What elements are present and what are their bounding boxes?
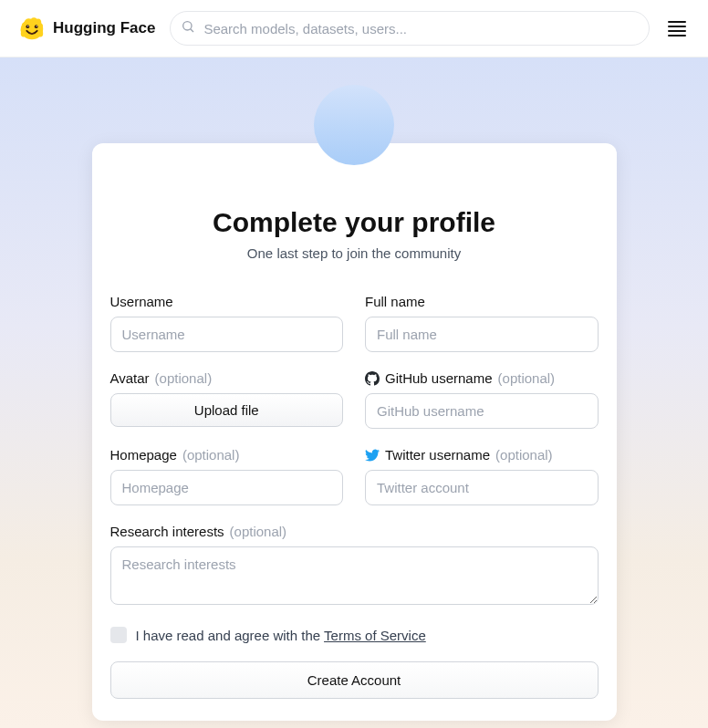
field-homepage: Homepage (optional) <box>110 447 344 505</box>
github-icon <box>365 371 380 386</box>
label-homepage: Homepage <box>110 447 177 463</box>
label-twitter: Twitter username <box>385 447 490 463</box>
homepage-input[interactable] <box>110 470 344 505</box>
field-fullname: Full name <box>365 294 599 352</box>
field-research: Research interests (optional) <box>110 524 599 605</box>
header: Hugging Face <box>0 0 708 57</box>
svg-point-1 <box>26 25 29 28</box>
search-input[interactable] <box>170 11 650 46</box>
page-subtitle: One last step to join the community <box>110 245 599 261</box>
huggingface-logo-icon <box>18 15 46 42</box>
field-twitter: Twitter username (optional) <box>365 447 599 505</box>
research-input[interactable] <box>110 546 599 605</box>
field-github: GitHub username (optional) <box>365 370 599 429</box>
upload-file-button[interactable]: Upload file <box>110 393 344 427</box>
profile-card: Complete your profile One last step to j… <box>92 143 617 721</box>
consent-row: I have read and agree with the Terms of … <box>110 627 599 643</box>
optional-twitter: (optional) <box>495 447 553 463</box>
search-icon <box>181 19 195 37</box>
hamburger-icon <box>668 21 686 23</box>
create-account-button[interactable]: Create Account <box>110 661 599 699</box>
label-github: GitHub username <box>385 370 493 386</box>
svg-point-6 <box>38 30 44 37</box>
brand-name: Hugging Face <box>53 19 155 37</box>
terms-of-service-link[interactable]: Terms of Service <box>324 628 426 643</box>
username-input[interactable] <box>110 317 344 352</box>
optional-github: (optional) <box>498 370 556 386</box>
optional-avatar: (optional) <box>155 370 213 386</box>
label-avatar: Avatar <box>110 370 150 386</box>
twitter-icon <box>365 448 380 463</box>
page-title: Complete your profile <box>110 207 599 238</box>
svg-point-2 <box>35 25 38 28</box>
svg-point-5 <box>21 30 26 37</box>
twitter-input[interactable] <box>365 470 599 505</box>
menu-button[interactable] <box>664 17 690 40</box>
fullname-input[interactable] <box>365 317 599 352</box>
label-username: Username <box>110 294 173 309</box>
form-grid: Username Full name Avatar (optional) Upl… <box>110 294 599 605</box>
optional-homepage: (optional) <box>182 447 240 463</box>
svg-point-7 <box>183 22 192 30</box>
main-background: Complete your profile One last step to j… <box>0 57 708 728</box>
logo-wrap[interactable]: Hugging Face <box>18 15 155 42</box>
terms-checkbox[interactable] <box>110 627 127 643</box>
optional-research: (optional) <box>230 524 287 539</box>
search-wrap <box>170 11 650 46</box>
svg-point-3 <box>27 26 28 26</box>
consent-text: I have read and agree with the Terms of … <box>136 628 426 643</box>
svg-line-8 <box>191 29 193 32</box>
svg-point-4 <box>36 26 37 26</box>
field-avatar: Avatar (optional) Upload file <box>110 370 344 429</box>
label-research: Research interests <box>110 524 224 539</box>
label-fullname: Full name <box>365 294 425 309</box>
field-username: Username <box>110 294 344 352</box>
github-input[interactable] <box>365 393 599 429</box>
avatar-preview <box>314 85 394 165</box>
